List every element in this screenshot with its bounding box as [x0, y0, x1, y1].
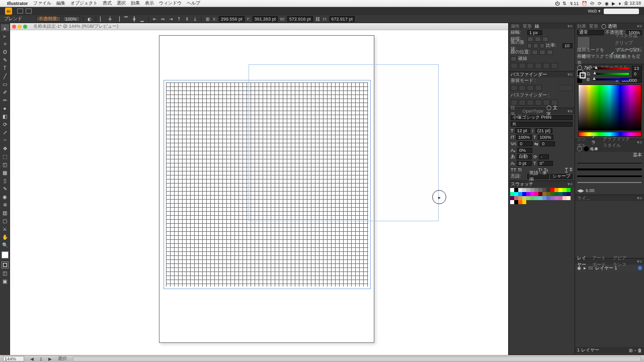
- swatch-cell[interactable]: [518, 192, 522, 196]
- screen-mode-icon[interactable]: ▣: [1, 278, 9, 285]
- align-vcenter-icon[interactable]: ╋: [131, 16, 137, 22]
- line-tool-icon[interactable]: ╱: [1, 72, 9, 79]
- tt2-icon[interactable]: Tt: [518, 167, 522, 172]
- underline-icon[interactable]: T̲: [565, 167, 568, 172]
- rot-value[interactable]: -: [539, 154, 549, 159]
- join-miter-icon[interactable]: [527, 43, 532, 48]
- g-slider[interactable]: [593, 73, 629, 75]
- rotate-tool-icon[interactable]: ⟳: [1, 121, 9, 128]
- w-value[interactable]: 572.916 pt: [287, 16, 313, 22]
- tab-transf[interactable]: 変形: [589, 23, 598, 30]
- menu-help[interactable]: ヘルプ: [187, 0, 200, 7]
- delete-layer-icon[interactable]: 🗑: [637, 348, 642, 353]
- swatch-cell[interactable]: [554, 192, 558, 196]
- disclosure-icon[interactable]: ▸: [584, 265, 586, 270]
- auto-value[interactable]: 自動: [517, 154, 532, 159]
- swatch-cell[interactable]: [562, 192, 567, 196]
- dash-3[interactable]: [527, 63, 534, 69]
- zoom-tool-icon[interactable]: 🔍: [1, 241, 9, 248]
- brush-dot-3[interactable]: [590, 147, 593, 150]
- swatch-cell[interactable]: [518, 188, 522, 192]
- direct-selection-tool-icon[interactable]: ▹: [1, 32, 9, 39]
- dist-h2-icon[interactable]: ⇔: [160, 16, 166, 22]
- panel-menu-icon[interactable]: ▾≡: [568, 109, 573, 114]
- swatch-cell[interactable]: [514, 192, 518, 196]
- mesh-tool-icon[interactable]: ▦: [1, 169, 9, 176]
- panel-menu-icon[interactable]: ▾≡: [637, 140, 642, 145]
- tab-attr[interactable]: 属性: [511, 23, 520, 30]
- swatch-cell[interactable]: [530, 192, 534, 196]
- panel-menu-icon[interactable]: ▾≡: [568, 182, 573, 187]
- vscale[interactable]: 100%: [516, 135, 532, 140]
- workspace-mode[interactable]: Web ▾: [588, 9, 601, 14]
- skew[interactable]: 0°: [538, 161, 553, 166]
- tab-transparency[interactable]: ◯ 透明: [601, 23, 617, 30]
- layer-row[interactable]: ◉ ▸ レイヤー 1: [575, 264, 644, 272]
- cap-square-icon[interactable]: [542, 37, 548, 42]
- tab-effect[interactable]: 効果: [577, 23, 586, 30]
- pf-trim-icon[interactable]: [519, 100, 526, 106]
- swatch-cell[interactable]: [514, 196, 518, 200]
- graph-tool-icon[interactable]: ▥: [1, 209, 9, 216]
- tab-opentype[interactable]: OpenType: [523, 109, 544, 114]
- brush-dot-4[interactable]: [595, 147, 598, 150]
- swatch-cell[interactable]: [567, 188, 571, 192]
- align-stroke-outside-icon[interactable]: [547, 50, 553, 55]
- pencil-tool-icon[interactable]: ✏: [1, 97, 9, 104]
- menu-select[interactable]: 選択: [117, 0, 126, 7]
- swatch-cell[interactable]: [550, 192, 554, 196]
- menu-window[interactable]: ウィンドウ: [159, 0, 182, 7]
- pf-unite-icon[interactable]: [511, 85, 518, 91]
- leading[interactable]: (21 pt): [535, 128, 552, 133]
- status-clock-icon[interactable]: ⏰: [582, 1, 587, 6]
- swatch-cell[interactable]: [542, 192, 546, 196]
- artboard-nav-num[interactable]: 1: [40, 356, 42, 361]
- swatch-cell[interactable]: [534, 192, 538, 196]
- align-left-icon[interactable]: ▏: [99, 16, 105, 22]
- brush-size[interactable]: 6.00: [586, 188, 595, 193]
- shape-builder-tool-icon[interactable]: ⬚: [1, 153, 9, 160]
- perspective-tool-icon[interactable]: ◫: [1, 161, 9, 168]
- brush-stroke-3[interactable]: [577, 173, 642, 178]
- font-size[interactable]: 12 pt: [515, 128, 530, 133]
- swatch-cell[interactable]: [558, 196, 562, 200]
- artboard-tool-icon[interactable]: ▢: [1, 217, 9, 224]
- link-wh-icon[interactable]: ⛓: [315, 16, 321, 22]
- swatch-cell[interactable]: [538, 188, 542, 192]
- paintbrush-tool-icon[interactable]: ✐: [1, 88, 9, 96]
- swatch-cell[interactable]: [562, 196, 567, 200]
- brush-stroke-2[interactable]: [577, 167, 642, 172]
- swatch-cell[interactable]: [522, 200, 526, 204]
- swatch-cell[interactable]: [546, 188, 550, 192]
- dist-h1-icon[interactable]: ⇤: [152, 16, 158, 22]
- baseline-pct[interactable]: 0%: [517, 148, 532, 153]
- document-tab[interactable]: 名称未設定-1* @ 144% (RGB/プレビュー): [33, 23, 118, 30]
- menu-file[interactable]: ファイル: [33, 0, 51, 7]
- transform-icon[interactable]: ⊞: [205, 16, 211, 22]
- swatch-cell[interactable]: [510, 200, 514, 204]
- kerning[interactable]: 0: [518, 141, 533, 146]
- swatch-cell[interactable]: [538, 196, 542, 200]
- swatch-cell[interactable]: [530, 188, 534, 192]
- opacity-label[interactable]: 不透明度:: [36, 16, 61, 22]
- dash-6[interactable]: [551, 63, 558, 69]
- hand-tool-icon[interactable]: ✋: [1, 233, 9, 240]
- make-mask-button[interactable]: マスク作成: [615, 33, 642, 39]
- pf-merge-icon[interactable]: [527, 100, 534, 106]
- status-time[interactable]: 金 12:18: [624, 0, 641, 7]
- y-value[interactable]: 391.263 pt: [253, 16, 278, 22]
- miter-ratio-value[interactable]: 10: [562, 43, 573, 48]
- tab-transform[interactable]: 変形: [523, 23, 532, 30]
- dash-2[interactable]: [519, 63, 526, 69]
- type-tool-icon[interactable]: T: [1, 64, 9, 71]
- pf-expand-button[interactable]: [558, 85, 573, 91]
- pf-intersect-icon[interactable]: [527, 85, 534, 91]
- layer-name[interactable]: レイヤー 1: [595, 265, 617, 272]
- status-misc5-icon[interactable]: ♦: [618, 1, 621, 6]
- menu-edit[interactable]: 編集: [56, 0, 65, 7]
- eyedropper-tool-icon[interactable]: ✎: [1, 185, 9, 192]
- swatch-cell[interactable]: [526, 188, 530, 192]
- gradient-tool-icon[interactable]: ▯: [1, 177, 9, 184]
- doc-icon-2[interactable]: [26, 9, 32, 14]
- font-style[interactable]: R: [511, 122, 573, 127]
